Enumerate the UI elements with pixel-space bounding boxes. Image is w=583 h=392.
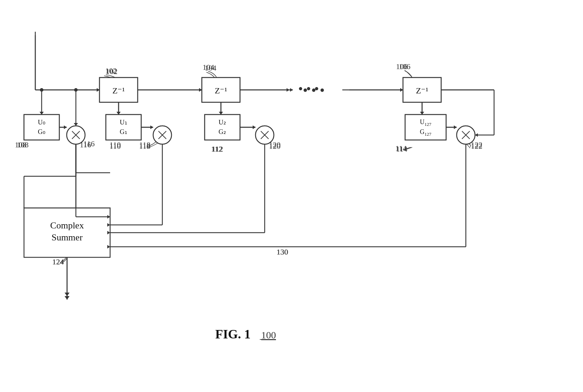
svg-marker-98 <box>454 125 457 129</box>
cs-label2: Summer <box>52 232 83 243</box>
ref-122-2: 122 <box>471 142 482 151</box>
ref-114-2: 114 <box>395 144 407 153</box>
ref-130-2: 130 <box>277 247 288 256</box>
ref-110-2: 110 <box>109 142 121 151</box>
fig-label: FIG. 1 <box>215 327 251 341</box>
svg-marker-94 <box>150 125 153 129</box>
svg-text:U₂: U₂ <box>218 118 226 126</box>
ref-118-2: 118 <box>139 142 150 151</box>
svg-text:U₁: U₁ <box>120 118 127 126</box>
svg-text:Z⁻¹: Z⁻¹ <box>113 86 125 95</box>
cs-label1: Complex <box>50 220 84 231</box>
svg-marker-60 <box>290 88 293 92</box>
ref-106-2: 106 <box>396 62 408 71</box>
svg-marker-92 <box>64 125 67 129</box>
svg-text:U₀: U₀ <box>38 118 46 126</box>
ref-108-2: 108 <box>15 140 26 149</box>
svg-text:Z⁻¹: Z⁻¹ <box>215 86 227 95</box>
svg-point-113 <box>74 88 78 92</box>
ref-102-2: 102 <box>105 66 117 75</box>
svg-text:G₁: G₁ <box>120 128 127 135</box>
dots: • • • <box>303 82 325 98</box>
svg-text:G₀: G₀ <box>38 128 46 135</box>
ref-100: 100 <box>261 330 276 341</box>
svg-point-116 <box>40 88 43 92</box>
ref-120-2: 120 <box>269 142 281 151</box>
svg-text:G₂: G₂ <box>218 128 226 135</box>
diagram-container: • • • Z⁻¹ 102 Z⁻¹ 104 Z⁻¹ 106 U₀ G₀ 108 … <box>0 0 583 392</box>
ref-116-2: 116 <box>80 140 91 149</box>
ref-112-2: 112 <box>211 145 222 153</box>
svg-text:Z⁻¹: Z⁻¹ <box>416 86 428 95</box>
ref-104-2: 104 <box>203 63 214 72</box>
svg-marker-112 <box>74 123 78 126</box>
svg-marker-96 <box>253 125 256 129</box>
